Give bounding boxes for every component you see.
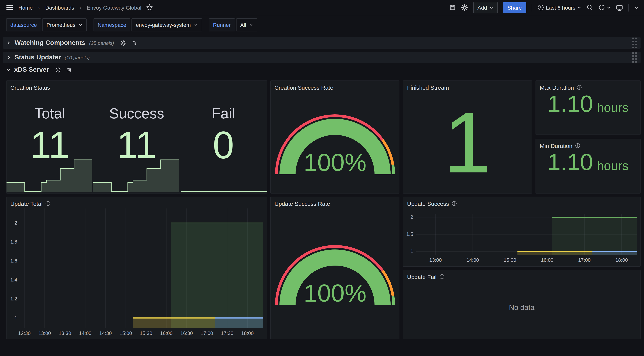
- max-duration-value: 1.10: [548, 92, 593, 116]
- update-success-chart[interactable]: 13:0014:0015:0016:0017:0018:0011.52: [403, 208, 640, 266]
- row-drag-handle[interactable]: [632, 38, 637, 48]
- row-panel-count: (10 panels): [65, 54, 90, 60]
- panel-min-duration: Min Duration 1.10 hours: [536, 139, 640, 194]
- panel-title[interactable]: Update Fail: [407, 274, 436, 280]
- panel-title[interactable]: Max Duration: [540, 84, 574, 91]
- add-button-label: Add: [478, 4, 487, 10]
- row-xds-server[interactable]: xDS Server: [6, 66, 72, 74]
- no-data-message: No data: [403, 282, 640, 339]
- stat-total: Total 11: [6, 92, 93, 193]
- info-icon[interactable]: [452, 201, 457, 206]
- panel-title[interactable]: Update Success Rate: [274, 200, 330, 207]
- row-delete-trash-icon[interactable]: [66, 67, 72, 72]
- row-panel-count: (25 panels): [89, 40, 114, 46]
- add-button[interactable]: Add: [473, 2, 498, 13]
- update-total-chart[interactable]: 12:3013:0013:3014:0014:3015:0015:3016:00…: [6, 208, 267, 339]
- svg-text:16:00: 16:00: [160, 330, 172, 336]
- breadcrumb-separator: ›: [80, 4, 81, 10]
- chevron-down-icon: [6, 68, 10, 72]
- panel-title[interactable]: Update Total: [10, 200, 42, 207]
- svg-text:16:30: 16:30: [180, 330, 193, 336]
- svg-text:13:30: 13:30: [59, 330, 71, 336]
- breadcrumb-dashboard-title: Envoy Gateway Global: [87, 4, 141, 10]
- svg-text:1.5: 1.5: [406, 231, 413, 237]
- star-icon[interactable]: [146, 4, 153, 11]
- svg-text:15:00: 15:00: [504, 257, 516, 263]
- variable-namespace-select[interactable]: envoy-gateway-system: [132, 18, 202, 32]
- share-button[interactable]: Share: [503, 2, 526, 13]
- info-icon[interactable]: [576, 85, 582, 90]
- row-settings-gear-icon[interactable]: [55, 67, 61, 72]
- variable-runner-value: All: [240, 22, 246, 28]
- variable-runner-select[interactable]: All: [236, 18, 257, 32]
- stat-success: Success 11: [93, 92, 180, 193]
- svg-text:17:30: 17:30: [221, 330, 234, 336]
- chevron-down-icon: [489, 6, 493, 10]
- clock-icon: [538, 4, 544, 11]
- time-range-label: Last 6 hours: [546, 4, 576, 10]
- info-icon[interactable]: [45, 201, 50, 206]
- toolbar-divider: [628, 4, 629, 11]
- refresh-button[interactable]: [598, 4, 611, 11]
- panel-creation-status: Creation Status Total 11 Success 11 Fail…: [6, 80, 267, 194]
- variable-namespace: Namespace envoy-gateway-system: [94, 18, 202, 32]
- svg-text:2: 2: [14, 220, 17, 226]
- svg-text:15:30: 15:30: [140, 330, 152, 336]
- panel-title[interactable]: Finished Stream: [407, 84, 449, 91]
- variable-runner: Runner All: [209, 18, 257, 32]
- dashboard-settings-gear-icon[interactable]: [461, 4, 468, 11]
- time-range-picker[interactable]: Last 6 hours: [538, 4, 581, 11]
- grafana-dashboard: Home › Dashboards › Envoy Gateway Global…: [0, 0, 644, 356]
- info-icon[interactable]: [439, 274, 444, 279]
- stat-fail: Fail 0: [180, 92, 267, 193]
- save-dashboard-icon[interactable]: [449, 4, 456, 11]
- svg-text:16:00: 16:00: [541, 257, 553, 263]
- finished-stream-value: 1: [444, 100, 492, 186]
- svg-text:2: 2: [410, 214, 413, 220]
- chevron-right-icon: [7, 56, 11, 60]
- svg-text:13:00: 13:00: [429, 257, 442, 263]
- svg-text:13:00: 13:00: [38, 330, 51, 336]
- svg-text:12:30: 12:30: [18, 330, 31, 336]
- svg-text:1.2: 1.2: [10, 296, 17, 302]
- chevron-down-icon: [78, 23, 82, 27]
- svg-text:100%: 100%: [304, 148, 366, 176]
- row-drag-handle[interactable]: [632, 52, 637, 63]
- row-status-updater[interactable]: Status Updater (10 panels): [3, 52, 640, 63]
- variables-bar: datasource Prometheus Namespace envoy-ga…: [6, 18, 257, 32]
- chevron-right-icon: [7, 41, 11, 45]
- panel-title[interactable]: Update Success: [407, 200, 449, 207]
- info-icon[interactable]: [575, 143, 580, 148]
- svg-text:14:00: 14:00: [466, 257, 479, 263]
- variable-namespace-value: envoy-gateway-system: [136, 22, 191, 28]
- zoom-out-icon[interactable]: [586, 4, 593, 11]
- hamburger-menu-icon[interactable]: [5, 3, 14, 12]
- svg-text:100%: 100%: [304, 279, 366, 307]
- variable-datasource-select[interactable]: Prometheus: [42, 18, 87, 32]
- svg-text:1: 1: [14, 315, 17, 320]
- svg-text:18:00: 18:00: [241, 330, 254, 336]
- kiosk-mode-icon[interactable]: [616, 4, 623, 11]
- row-watching-components[interactable]: Watching Components (25 panels): [3, 37, 640, 49]
- svg-text:18:00: 18:00: [616, 257, 628, 263]
- panel-update-success-rate: Update Success Rate 100%: [270, 196, 400, 339]
- breadcrumb-dashboards[interactable]: Dashboards: [45, 4, 74, 10]
- stat-value: 0: [213, 126, 234, 164]
- toolbar-divider: [532, 4, 532, 11]
- toolbar-collapse-chevron-icon[interactable]: [634, 5, 639, 10]
- panel-title[interactable]: Creation Status: [10, 84, 50, 91]
- row-settings-gear-icon[interactable]: [120, 40, 126, 46]
- stat-label: Fail: [212, 106, 235, 122]
- breadcrumb-home[interactable]: Home: [18, 4, 33, 10]
- stat-label: Success: [109, 106, 164, 122]
- chevron-down-icon: [249, 23, 253, 27]
- panel-title[interactable]: Min Duration: [540, 142, 572, 149]
- panel-max-duration: Max Duration 1.10 hours: [536, 80, 640, 135]
- stat-value: 11: [117, 126, 156, 164]
- panel-title[interactable]: Creation Success Rate: [274, 84, 333, 91]
- panel-creation-success-rate: Creation Success Rate 100%: [270, 80, 400, 194]
- stat-label: Total: [34, 106, 65, 122]
- row-delete-trash-icon[interactable]: [131, 40, 137, 46]
- breadcrumb-separator: ›: [38, 4, 40, 10]
- panel-update-success: Update Success 13:0014:0015:0016:0017:00…: [403, 196, 640, 267]
